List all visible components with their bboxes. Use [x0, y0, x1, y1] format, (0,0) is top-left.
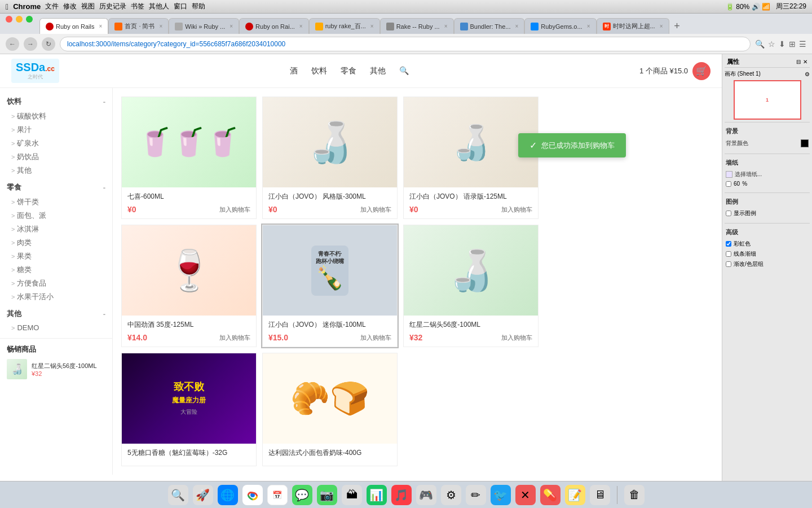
- dock-chrome[interactable]: [242, 485, 263, 505]
- product-bread[interactable]: 🥐🍞 达利园法式小面包香奶味-400G: [262, 353, 398, 466]
- menu-icon[interactable]: ☰: [799, 40, 806, 49]
- tab-ruby-on-rails-1[interactable]: Ruby on Rails ×: [39, 18, 108, 34]
- popular-item-hongxing[interactable]: 🍶 红星二锅头56度-100ML ¥32: [7, 359, 105, 379]
- product-gum[interactable]: 致不败魔量座力册 大冒险 5无糖口香糖（魅幻蓝莓味）-32G: [121, 353, 257, 466]
- maximize-window-btn[interactable]: [26, 16, 33, 23]
- dock-trash[interactable]: 🗑: [624, 485, 645, 505]
- sidebar-item-icecream[interactable]: 冰淇淋: [0, 222, 112, 236]
- download-icon[interactable]: ⬇: [779, 40, 785, 49]
- reload-btn[interactable]: ↻: [42, 37, 55, 51]
- add-cart-jiangxb1[interactable]: 加入购物车: [360, 205, 391, 214]
- sidebar-item-juice[interactable]: 果汁: [0, 123, 112, 137]
- tab-close-8[interactable]: ×: [587, 23, 590, 29]
- product-hongxing[interactable]: 🍶 红星二锅头56度-100ML ¥32 加入购物车: [403, 225, 539, 347]
- nav-drinks[interactable]: 饮料: [311, 64, 327, 78]
- nav-search-icon[interactable]: 🔍: [399, 64, 409, 78]
- add-cart-qixi[interactable]: 加入购物车: [219, 205, 250, 214]
- dock-messages[interactable]: 💬: [292, 485, 312, 505]
- dock-launchpad[interactable]: 🚀: [193, 485, 213, 505]
- tab-close-9[interactable]: ×: [660, 23, 663, 29]
- url-bar[interactable]: localhost:3000/items/category?category_i…: [60, 37, 751, 51]
- close-window-btn[interactable]: [6, 16, 12, 23]
- new-tab-btn[interactable]: +: [669, 18, 685, 34]
- tab-close-7[interactable]: ×: [515, 23, 518, 29]
- sidebar-item-milk[interactable]: 奶饮品: [0, 150, 112, 164]
- back-btn[interactable]: ←: [6, 37, 19, 51]
- sidebar-header-drinks[interactable]: 饮料 -: [0, 94, 112, 110]
- search-icon[interactable]: 🔍: [755, 40, 765, 49]
- wallpaper-checkbox[interactable]: [726, 181, 731, 187]
- dock-pill[interactable]: 💊: [540, 485, 561, 505]
- sidebar-item-biscuits[interactable]: 饼干类: [0, 195, 112, 209]
- sidebar-item-sugar[interactable]: 糖类: [0, 263, 112, 277]
- tab-close-2[interactable]: ×: [160, 23, 163, 29]
- dock-facetime[interactable]: 📷: [317, 485, 337, 505]
- dock-xmarks[interactable]: ✕: [515, 485, 536, 505]
- add-cart-jiangxb2[interactable]: 加入购物车: [501, 205, 532, 214]
- product-zhongguo[interactable]: 🍷 中国劲酒 35度-125ML ¥14.0 加入购物车: [121, 225, 257, 347]
- legend-checkbox[interactable]: [726, 211, 731, 216]
- canvas-settings-icon[interactable]: ⚙: [805, 71, 810, 77]
- tab-ssda[interactable]: 时 时时达网上超... ×: [597, 18, 669, 34]
- sidebar-item-water[interactable]: 矿泉水: [0, 137, 112, 150]
- fade-lines-checkbox[interactable]: [726, 251, 731, 257]
- add-cart-hongxing[interactable]: 加入购物车: [501, 334, 532, 342]
- dock-numbers[interactable]: 📊: [367, 485, 387, 505]
- tab-close-4[interactable]: ×: [299, 23, 303, 29]
- tab-close-5[interactable]: ×: [370, 23, 374, 29]
- tab-close-1[interactable]: ×: [99, 23, 102, 29]
- tab-wiki-ruby[interactable]: Wiki » Ruby ... ×: [169, 18, 239, 34]
- product-jiangxb-125[interactable]: 🍶 江小白（JOVO） 语录版-125ML ¥0 加入购物车: [403, 97, 539, 219]
- canvas-thumbnail[interactable]: 1: [734, 80, 801, 120]
- menu-people[interactable]: 其他人: [149, 2, 169, 11]
- product-jiangxb-mini[interactable]: 青春不朽·跑杯小绕嘴 🍾 江小白（JOVO） 迷你版-100ML ¥15.0 加…: [262, 225, 398, 347]
- dock-games[interactable]: 🎮: [416, 485, 436, 505]
- add-cart-jiangxb3[interactable]: 加入购物车: [360, 334, 391, 342]
- nav-alcohol[interactable]: 酒: [290, 64, 298, 78]
- tab-close-6[interactable]: ×: [444, 23, 448, 29]
- dock-notes[interactable]: 📝: [565, 485, 585, 505]
- sidebar-item-convenience[interactable]: 方便食品: [0, 277, 112, 290]
- menu-bookmarks[interactable]: 书签: [131, 2, 144, 11]
- bg-color-swatch[interactable]: [801, 139, 809, 147]
- tab-jiangshu[interactable]: 首页 · 简书 ×: [108, 18, 169, 34]
- dock-photos[interactable]: 🏔: [342, 485, 362, 505]
- cart-button[interactable]: 🛒: [692, 62, 710, 80]
- sidebar-header-snacks[interactable]: 零食 -: [0, 179, 112, 195]
- tab-bundler[interactable]: Bundler: The... ×: [454, 18, 525, 34]
- forward-btn[interactable]: →: [24, 37, 37, 51]
- colorful-checkbox[interactable]: [726, 241, 731, 247]
- nav-other[interactable]: 其他: [370, 64, 386, 78]
- dock-twitterrific[interactable]: 🐦: [491, 485, 511, 505]
- dock-calendar[interactable]: 📅: [267, 485, 288, 505]
- menu-file[interactable]: 文件: [45, 2, 59, 11]
- dock-itunes[interactable]: 🎵: [391, 485, 412, 505]
- panel-close-icon[interactable]: ✕: [803, 59, 807, 65]
- menu-help[interactable]: 帮助: [192, 2, 205, 11]
- product-qixi[interactable]: 🥤🥤🥤 七喜-600ML ¥0 加入购物车: [121, 97, 257, 219]
- sidebar-item-demo[interactable]: DEMO: [0, 322, 112, 334]
- menu-history[interactable]: 历史记录: [99, 2, 126, 11]
- menu-window[interactable]: 窗口: [174, 2, 187, 11]
- extensions-icon[interactable]: ⊞: [789, 40, 796, 49]
- dock-systemprefs[interactable]: ⚙: [441, 485, 461, 505]
- dock-monitor[interactable]: 🖥: [590, 485, 610, 505]
- sidebar-header-other[interactable]: 其他 -: [0, 306, 112, 322]
- tab-ruby-on-rails-2[interactable]: Ruby on Rai... ×: [239, 18, 309, 34]
- bookmark-icon[interactable]: ☆: [768, 40, 775, 49]
- menu-edit[interactable]: 修改: [63, 2, 77, 11]
- tab-rubygems[interactable]: RubyGems.o... ×: [524, 18, 596, 34]
- dock-pencil[interactable]: ✏: [466, 485, 486, 505]
- label3-checkbox[interactable]: [726, 261, 731, 267]
- nav-snacks[interactable]: 零食: [341, 64, 356, 78]
- sidebar-item-carbonated[interactable]: 碳酸饮料: [0, 110, 112, 123]
- product-jiangxb-300[interactable]: 🍶 江小白（JOVO） 风格版-300ML ¥0 加入购物车: [262, 97, 398, 219]
- sidebar-item-fruit[interactable]: 果类: [0, 249, 112, 263]
- sidebar-item-meat[interactable]: 肉类: [0, 236, 112, 249]
- tab-close-3[interactable]: ×: [230, 23, 233, 29]
- sidebar-item-bread[interactable]: 面包、派: [0, 209, 112, 222]
- menu-view[interactable]: 视图: [81, 2, 95, 11]
- panel-resize-icon[interactable]: ⊟: [796, 59, 801, 65]
- sidebar-item-other-drinks[interactable]: 其他: [0, 164, 112, 177]
- add-cart-zhongguo[interactable]: 加入购物车: [219, 334, 250, 342]
